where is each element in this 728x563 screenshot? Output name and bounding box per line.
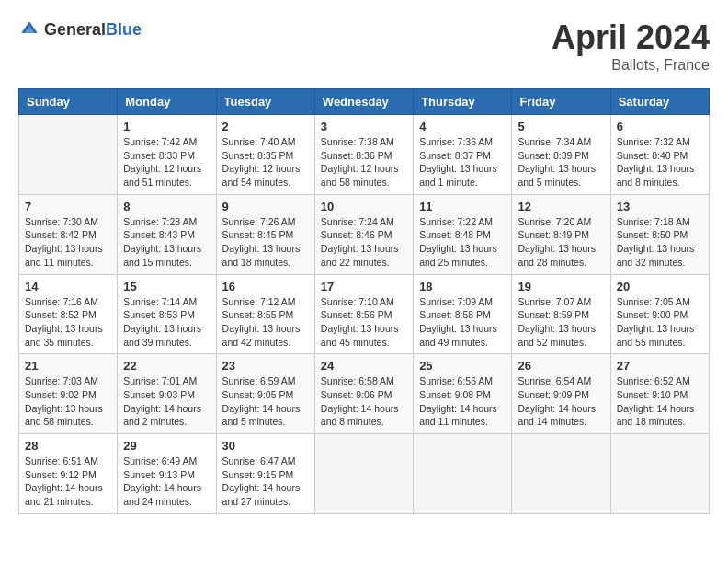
day-cell: 8Sunrise: 7:28 AM Sunset: 8:43 PM Daylig… — [118, 194, 216, 274]
week-row-3: 14Sunrise: 7:16 AM Sunset: 8:52 PM Dayli… — [19, 274, 710, 354]
day-number: 29 — [123, 439, 210, 453]
week-row-1: 1Sunrise: 7:42 AM Sunset: 8:33 PM Daylig… — [19, 115, 710, 195]
day-number: 15 — [123, 280, 210, 293]
logo-general: General — [44, 20, 106, 39]
day-info: Sunrise: 7:32 AM Sunset: 8:40 PM Dayligh… — [617, 135, 703, 190]
day-number: 22 — [123, 359, 210, 373]
day-cell: 18Sunrise: 7:09 AM Sunset: 8:58 PM Dayli… — [414, 274, 512, 354]
weekday-header-friday: Friday — [512, 89, 610, 115]
day-cell — [19, 115, 118, 195]
day-cell: 14Sunrise: 7:16 AM Sunset: 8:52 PM Dayli… — [19, 274, 118, 354]
day-info: Sunrise: 7:05 AM Sunset: 9:00 PM Dayligh… — [617, 295, 703, 350]
weekday-header-saturday: Saturday — [610, 89, 709, 115]
day-cell: 7Sunrise: 7:30 AM Sunset: 8:42 PM Daylig… — [19, 194, 118, 274]
day-cell: 30Sunrise: 6:47 AM Sunset: 9:15 PM Dayli… — [216, 434, 314, 514]
day-cell: 1Sunrise: 7:42 AM Sunset: 8:33 PM Daylig… — [118, 115, 216, 195]
week-row-5: 28Sunrise: 6:51 AM Sunset: 9:12 PM Dayli… — [19, 434, 710, 514]
day-cell — [314, 434, 413, 514]
week-row-2: 7Sunrise: 7:30 AM Sunset: 8:42 PM Daylig… — [19, 194, 710, 274]
day-cell: 20Sunrise: 7:05 AM Sunset: 9:00 PM Dayli… — [610, 274, 709, 354]
day-info: Sunrise: 7:03 AM Sunset: 9:02 PM Dayligh… — [25, 374, 111, 429]
day-info: Sunrise: 6:56 AM Sunset: 9:08 PM Dayligh… — [419, 374, 506, 429]
day-info: Sunrise: 7:38 AM Sunset: 8:36 PM Dayligh… — [321, 135, 407, 190]
day-info: Sunrise: 7:10 AM Sunset: 8:56 PM Dayligh… — [321, 295, 407, 350]
day-number: 11 — [419, 200, 506, 213]
day-info: Sunrise: 7:22 AM Sunset: 8:48 PM Dayligh… — [419, 215, 506, 270]
weekday-header-thursday: Thursday — [414, 89, 512, 115]
day-info: Sunrise: 7:24 AM Sunset: 8:46 PM Dayligh… — [321, 215, 407, 270]
day-info: Sunrise: 7:26 AM Sunset: 8:45 PM Dayligh… — [222, 215, 309, 270]
day-cell: 15Sunrise: 7:14 AM Sunset: 8:53 PM Dayli… — [118, 274, 216, 354]
day-number: 4 — [419, 120, 506, 133]
day-info: Sunrise: 7:16 AM Sunset: 8:52 PM Dayligh… — [25, 295, 111, 350]
day-cell: 3Sunrise: 7:38 AM Sunset: 8:36 PM Daylig… — [314, 115, 413, 195]
day-info: Sunrise: 7:20 AM Sunset: 8:49 PM Dayligh… — [518, 215, 604, 270]
day-cell: 16Sunrise: 7:12 AM Sunset: 8:55 PM Dayli… — [216, 274, 314, 354]
logo-blue: Blue — [106, 20, 142, 39]
day-cell: 21Sunrise: 7:03 AM Sunset: 9:02 PM Dayli… — [19, 354, 118, 434]
day-number: 2 — [222, 120, 309, 133]
day-info: Sunrise: 7:42 AM Sunset: 8:33 PM Dayligh… — [123, 135, 210, 190]
day-number: 23 — [222, 359, 309, 373]
day-cell: 27Sunrise: 6:52 AM Sunset: 9:10 PM Dayli… — [610, 354, 709, 434]
day-number: 28 — [25, 439, 111, 453]
day-cell: 2Sunrise: 7:40 AM Sunset: 8:35 PM Daylig… — [216, 115, 314, 195]
day-cell — [512, 434, 610, 514]
day-cell: 19Sunrise: 7:07 AM Sunset: 8:59 PM Dayli… — [512, 274, 610, 354]
day-number: 1 — [123, 120, 210, 133]
logo-text: GeneralBlue — [44, 20, 142, 40]
day-cell: 9Sunrise: 7:26 AM Sunset: 8:45 PM Daylig… — [216, 194, 314, 274]
day-cell: 12Sunrise: 7:20 AM Sunset: 8:49 PM Dayli… — [512, 194, 610, 274]
day-number: 14 — [25, 280, 111, 293]
day-info: Sunrise: 7:12 AM Sunset: 8:55 PM Dayligh… — [222, 295, 309, 350]
day-cell: 11Sunrise: 7:22 AM Sunset: 8:48 PM Dayli… — [414, 194, 512, 274]
day-cell: 24Sunrise: 6:58 AM Sunset: 9:06 PM Dayli… — [314, 354, 413, 434]
day-info: Sunrise: 7:18 AM Sunset: 8:50 PM Dayligh… — [617, 215, 703, 270]
day-info: Sunrise: 6:54 AM Sunset: 9:09 PM Dayligh… — [518, 374, 604, 429]
month-title: April 2024 — [552, 18, 710, 57]
day-number: 5 — [518, 120, 604, 133]
day-info: Sunrise: 6:47 AM Sunset: 9:15 PM Dayligh… — [222, 454, 309, 509]
day-number: 12 — [518, 200, 604, 213]
day-number: 9 — [222, 200, 309, 213]
day-number: 7 — [25, 200, 111, 213]
weekday-header-wednesday: Wednesday — [314, 89, 413, 115]
logo-icon — [18, 18, 40, 40]
week-row-4: 21Sunrise: 7:03 AM Sunset: 9:02 PM Dayli… — [19, 354, 710, 434]
day-cell — [414, 434, 512, 514]
day-info: Sunrise: 7:28 AM Sunset: 8:43 PM Dayligh… — [123, 215, 210, 270]
day-number: 27 — [617, 359, 703, 373]
day-info: Sunrise: 6:51 AM Sunset: 9:12 PM Dayligh… — [25, 454, 111, 509]
day-info: Sunrise: 7:30 AM Sunset: 8:42 PM Dayligh… — [25, 215, 111, 270]
day-cell: 22Sunrise: 7:01 AM Sunset: 9:03 PM Dayli… — [118, 354, 216, 434]
day-number: 16 — [222, 280, 309, 293]
day-number: 13 — [617, 200, 703, 213]
day-cell: 13Sunrise: 7:18 AM Sunset: 8:50 PM Dayli… — [610, 194, 709, 274]
day-number: 26 — [518, 359, 604, 373]
day-cell: 29Sunrise: 6:49 AM Sunset: 9:13 PM Dayli… — [118, 434, 216, 514]
calendar-table: SundayMondayTuesdayWednesdayThursdayFrid… — [18, 88, 710, 514]
day-cell: 25Sunrise: 6:56 AM Sunset: 9:08 PM Dayli… — [414, 354, 512, 434]
day-info: Sunrise: 6:59 AM Sunset: 9:05 PM Dayligh… — [222, 374, 309, 429]
page-header: GeneralBlue April 2024 Ballots, France — [18, 18, 710, 74]
day-info: Sunrise: 7:14 AM Sunset: 8:53 PM Dayligh… — [123, 295, 210, 350]
day-cell: 10Sunrise: 7:24 AM Sunset: 8:46 PM Dayli… — [314, 194, 413, 274]
day-info: Sunrise: 7:34 AM Sunset: 8:39 PM Dayligh… — [518, 135, 604, 190]
day-number: 30 — [222, 439, 309, 453]
day-number: 3 — [321, 120, 407, 133]
day-info: Sunrise: 6:58 AM Sunset: 9:06 PM Dayligh… — [321, 374, 407, 429]
day-info: Sunrise: 7:09 AM Sunset: 8:58 PM Dayligh… — [419, 295, 506, 350]
day-number: 10 — [321, 200, 407, 213]
location-title: Ballots, France — [552, 57, 710, 74]
title-area: April 2024 Ballots, France — [552, 18, 710, 74]
day-info: Sunrise: 7:36 AM Sunset: 8:37 PM Dayligh… — [419, 135, 506, 190]
day-cell: 26Sunrise: 6:54 AM Sunset: 9:09 PM Dayli… — [512, 354, 610, 434]
day-cell: 28Sunrise: 6:51 AM Sunset: 9:12 PM Dayli… — [19, 434, 118, 514]
day-number: 25 — [419, 359, 506, 373]
day-cell: 23Sunrise: 6:59 AM Sunset: 9:05 PM Dayli… — [216, 354, 314, 434]
day-info: Sunrise: 6:52 AM Sunset: 9:10 PM Dayligh… — [617, 374, 703, 429]
day-number: 18 — [419, 280, 506, 293]
day-number: 19 — [518, 280, 604, 293]
day-info: Sunrise: 7:01 AM Sunset: 9:03 PM Dayligh… — [123, 374, 210, 429]
day-number: 8 — [123, 200, 210, 213]
